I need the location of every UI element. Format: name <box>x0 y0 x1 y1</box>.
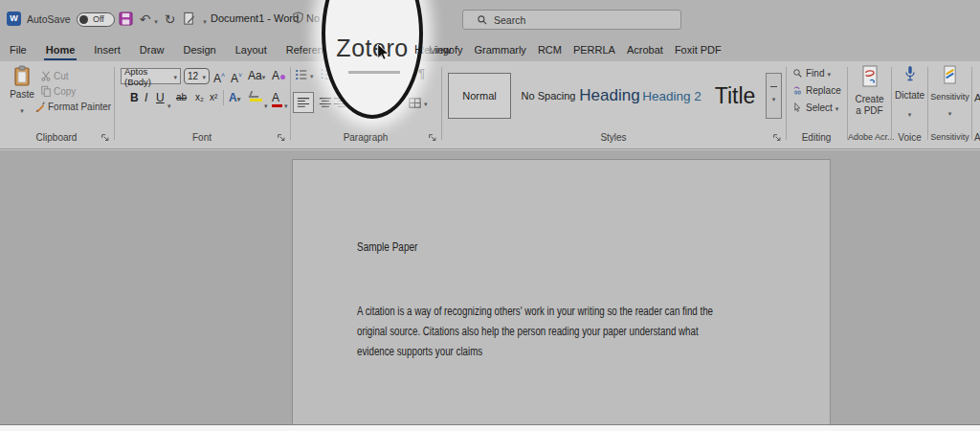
subscript-button[interactable]: x₂ <box>195 91 204 104</box>
font-name-combo[interactable]: Aptos (Body) <box>121 68 181 84</box>
chevron-down-icon <box>948 102 952 120</box>
style-normal[interactable]: Normal <box>448 73 511 119</box>
style-no-spacing[interactable]: No Spacing <box>519 73 578 119</box>
show-formatting-button[interactable]: ¶ <box>418 66 425 80</box>
sensitivity-shield-icon <box>292 11 304 24</box>
tab-file[interactable]: File <box>0 38 36 61</box>
overflow-partial-glyph: A <box>974 92 980 103</box>
styles-gallery-more-button[interactable] <box>766 73 782 119</box>
group-font: Aptos (Body) 12 A˄ A˅ Aa A B I U ab x₂ x… <box>115 61 289 149</box>
tab-acrobat[interactable]: Acrobat <box>621 38 669 61</box>
shrink-font-button[interactable]: A˅ <box>231 69 242 85</box>
chevron-down-icon <box>835 102 839 113</box>
scissors-icon <box>40 70 52 81</box>
tab-insert[interactable]: Insert <box>84 38 130 61</box>
copy-button[interactable]: Copy <box>40 85 76 97</box>
borders-button[interactable] <box>408 96 428 110</box>
document-heading: Sample Paper <box>357 240 417 254</box>
find-button[interactable]: Find <box>792 68 831 79</box>
highlight-dropdown[interactable] <box>264 95 268 112</box>
tab-grammarly[interactable]: Grammarly <box>468 38 531 61</box>
underline-dropdown[interactable] <box>167 95 171 112</box>
align-center-button[interactable] <box>319 96 332 109</box>
font-color-bar <box>272 104 282 107</box>
undo-icon: ↶ <box>140 12 151 26</box>
dictate-button[interactable]: Dictate <box>892 65 927 82</box>
tab-draw[interactable]: Draw <box>130 38 174 61</box>
superscript-button[interactable]: x² <box>210 91 217 104</box>
highlight-button[interactable] <box>250 91 262 102</box>
redo-icon: ↻ <box>165 12 176 26</box>
pilcrow-icon: ¶ <box>418 66 425 80</box>
paste-button[interactable]: Paste <box>8 65 36 117</box>
clipboard-dialog-launcher[interactable] <box>100 133 110 143</box>
mouse-cursor-icon <box>375 44 390 61</box>
sensitivity-doc-icon <box>942 65 958 85</box>
format-painter-label: Format Painter <box>48 102 111 112</box>
zotero-tab-underline <box>348 71 400 74</box>
font-dialog-launcher[interactable] <box>277 133 286 143</box>
bullets-button[interactable] <box>295 68 314 81</box>
grow-font-button[interactable]: A˄ <box>213 69 225 85</box>
tab-lingofy[interactable]: Lingofy <box>423 38 468 61</box>
select-button[interactable]: Select <box>792 102 838 113</box>
style-title[interactable]: Title <box>708 73 762 119</box>
addin-tabs: Lingofy Grammarly RCM PERRLA Acrobat Fox… <box>423 38 727 61</box>
style-heading[interactable]: Heading <box>578 73 641 119</box>
redo-button[interactable]: ↻ <box>162 11 178 27</box>
save-button[interactable] <box>118 11 134 27</box>
tab-zotero[interactable]: Zotero <box>325 34 419 62</box>
bold-button[interactable]: B <box>130 91 139 104</box>
toggle-knob-icon <box>79 15 88 24</box>
change-case-button[interactable]: Aa <box>248 69 265 82</box>
undo-button[interactable]: ↶ <box>137 11 153 27</box>
font-color-button[interactable]: A <box>272 91 282 107</box>
tab-help-partial[interactable]: H <box>414 38 423 61</box>
dictate-label: Dictate <box>892 90 927 102</box>
cut-label: Cut <box>54 71 69 81</box>
strikethrough-button[interactable]: ab <box>176 91 187 104</box>
clear-formatting-button[interactable]: A <box>272 69 285 82</box>
font-size-combo[interactable]: 12 <box>184 68 210 84</box>
undo-dropdown[interactable] <box>152 11 160 27</box>
tab-foxit-pdf[interactable]: Foxit PDF <box>669 38 727 61</box>
tab-layout[interactable]: Layout <box>226 38 277 61</box>
chevron-down-icon <box>202 71 206 81</box>
customize-qat-button[interactable] <box>200 11 210 27</box>
cut-button[interactable]: Cut <box>40 70 69 81</box>
paragraph-dialog-launcher[interactable] <box>428 133 437 143</box>
font-color-glyph-wrap: A <box>272 91 282 104</box>
style-heading-2[interactable]: Heading 2 <box>643 73 701 119</box>
tab-rcm[interactable]: RCM <box>532 38 568 61</box>
find-magnifier-icon <box>792 68 803 79</box>
replace-button[interactable]: Replace <box>792 85 841 96</box>
font-color-dropdown[interactable] <box>284 95 288 112</box>
italic-button[interactable]: I <box>145 91 147 104</box>
paste-clipboard-icon <box>13 65 31 86</box>
text-effects-button[interactable]: A <box>229 91 240 104</box>
autosave-toggle[interactable]: Off <box>77 12 115 27</box>
align-left-button[interactable] <box>293 92 314 113</box>
styles-dialog-launcher[interactable] <box>772 133 782 143</box>
tab-home[interactable]: Home <box>36 38 85 61</box>
mini-separator <box>223 90 224 105</box>
ribbon-tab-strip: File Home Insert Draw Design Layout Refe… <box>0 38 980 61</box>
styles-group-label: Styles <box>442 132 785 143</box>
create-pdf-button[interactable]: Create a PDF <box>848 65 891 88</box>
word-window: AutoSave Off ↶ ↻ Document1 - Word No Lab… <box>0 0 980 431</box>
underline-button[interactable]: U <box>156 91 165 104</box>
document-page[interactable]: Sample Paper A citation is a way of reco… <box>292 159 831 425</box>
search-input[interactable]: Search <box>462 10 681 30</box>
format-painter-button[interactable]: Format Painter <box>34 101 111 112</box>
clipboard-group-label: Clipboard <box>0 132 113 143</box>
overflow-partial-label: A <box>974 132 980 143</box>
tab-perrla[interactable]: PERRLA <box>568 38 621 61</box>
bold-glyph: B <box>130 91 139 104</box>
tab-design[interactable]: Design <box>173 38 225 61</box>
find-label: Find <box>806 68 824 79</box>
editor-mode-button[interactable] <box>181 11 197 27</box>
more-bar-icon <box>770 86 777 88</box>
sensitivity-button[interactable]: Sensitivity <box>928 65 971 85</box>
superscript-glyph: x² <box>210 92 217 102</box>
bullets-icon <box>295 68 308 81</box>
